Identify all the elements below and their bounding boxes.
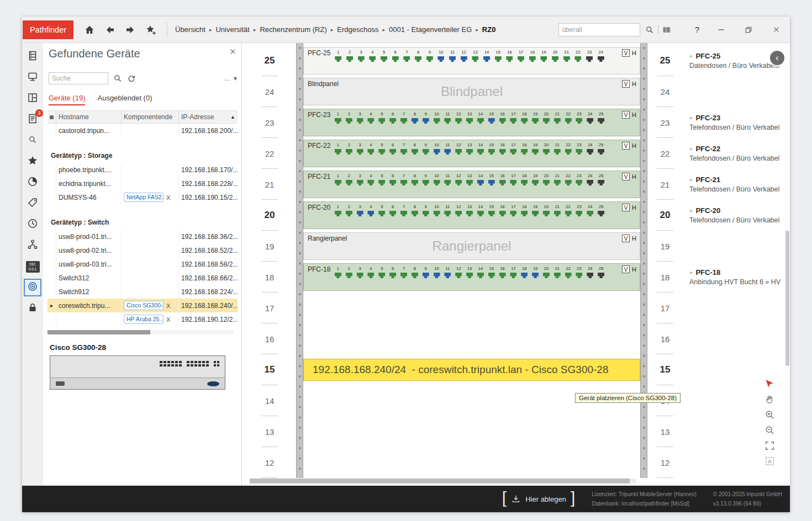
home-icon[interactable] <box>83 24 96 36</box>
port[interactable]: 20 <box>541 266 552 289</box>
port[interactable]: 13 <box>464 142 475 165</box>
port[interactable]: 13 <box>464 111 475 134</box>
port[interactable]: 2 <box>344 111 355 134</box>
port[interactable]: 22 <box>563 173 574 196</box>
port[interactable]: 21 <box>552 142 563 165</box>
remove-component-button[interactable]: X <box>166 194 170 201</box>
port[interactable]: 18 <box>519 142 530 165</box>
panel-annotation[interactable]: ●PFC-22Telefondosen / Büro Verkabel <box>689 145 787 162</box>
port[interactable]: 2 <box>344 266 355 289</box>
port[interactable]: 17 <box>508 173 519 196</box>
rack-blind-panel[interactable]: RangierpanelRangierpanelVH <box>303 232 640 260</box>
forward-icon[interactable] <box>124 24 136 36</box>
port[interactable]: 9 <box>424 50 435 72</box>
port[interactable]: 17 <box>508 111 519 134</box>
port[interactable]: 13 <box>470 50 481 72</box>
global-search-input[interactable] <box>558 23 640 36</box>
port[interactable]: 23 <box>574 204 585 227</box>
port[interactable]: 22 <box>563 266 574 289</box>
component-chip[interactable]: HP Aruba 25... <box>124 315 164 324</box>
rack-patch-panel-pfc-22[interactable]: PFC-221234567891011121314151617181920212… <box>303 140 640 167</box>
port[interactable]: 8 <box>409 142 420 165</box>
device-row[interactable]: phoebe.tripunkt....192.168.168.170/... <box>48 163 238 177</box>
port[interactable]: 14 <box>481 50 493 72</box>
device-row[interactable]: usw8-prod-01.tri...192.168.168.36/2... <box>48 230 238 243</box>
device-table-hscrollbar[interactable] <box>48 330 233 334</box>
search-icon[interactable] <box>644 24 656 36</box>
port[interactable]: 14 <box>475 111 486 134</box>
sidebar-item-permissions[interactable] <box>24 300 41 317</box>
port[interactable]: 1 <box>333 173 344 196</box>
port[interactable]: 15 <box>486 111 497 134</box>
port[interactable]: 15 <box>486 173 497 196</box>
port[interactable]: 17 <box>515 50 527 72</box>
device-search-input[interactable] <box>49 72 108 84</box>
scrollbar-thumb[interactable] <box>48 330 150 334</box>
port[interactable]: 12 <box>453 173 464 196</box>
rack-patch-panel-pfc-21[interactable]: PFC-211234567891011121314151617181920212… <box>303 171 640 198</box>
port[interactable]: 5 <box>376 111 387 134</box>
port[interactable]: 7 <box>398 142 409 165</box>
breadcrumb-item[interactable]: Rechenzentrum (RZ) <box>260 25 326 34</box>
port[interactable]: 1 <box>333 266 344 289</box>
port[interactable]: 5 <box>376 173 387 196</box>
port[interactable]: 15 <box>492 50 504 72</box>
port[interactable]: 16 <box>497 204 508 227</box>
drop-zone[interactable]: [ Hier ablegen ] <box>502 491 575 507</box>
port[interactable]: 20 <box>550 50 561 72</box>
port[interactable]: 9 <box>420 111 431 134</box>
port[interactable]: 3 <box>355 50 367 72</box>
port[interactable]: 24 <box>584 142 595 165</box>
sidebar-item-reports[interactable] <box>24 174 41 191</box>
port[interactable]: 17 <box>508 142 519 165</box>
port[interactable]: 21 <box>552 266 563 289</box>
port[interactable]: 10 <box>431 173 442 196</box>
port[interactable]: 9 <box>420 204 431 227</box>
port[interactable]: 18 <box>519 204 530 227</box>
breadcrumb-item[interactable]: 0001 - Etagenverteiler EG <box>389 25 472 34</box>
sidebar-item-history[interactable] <box>24 216 41 233</box>
port[interactable]: 10 <box>435 50 447 72</box>
port[interactable]: 12 <box>453 266 464 289</box>
device-row[interactable]: usw8-prod-02.tri...192.168.168.52/2... <box>48 243 238 257</box>
port[interactable]: 4 <box>366 111 377 134</box>
port[interactable]: 20 <box>541 111 552 134</box>
restore-button[interactable] <box>742 24 755 36</box>
zoom-in-icon[interactable] <box>763 408 776 421</box>
sidebar-item-tasks[interactable]: 3 <box>24 111 41 128</box>
port[interactable]: 7 <box>398 111 409 134</box>
port[interactable]: 6 <box>387 173 398 196</box>
port[interactable]: 24 <box>584 266 595 289</box>
horizontal-scrollbar[interactable] <box>250 479 636 483</box>
port[interactable]: 3 <box>355 111 366 134</box>
tab-ausgeblendet[interactable]: Ausgeblendet (0) <box>97 94 152 105</box>
breadcrumb-item[interactable]: Erdgeschoss <box>337 25 378 34</box>
place-device-icon[interactable] <box>763 378 776 390</box>
port[interactable]: 11 <box>442 204 453 227</box>
rack-blind-panel[interactable]: BlindpanelBlindpanelVH <box>303 78 640 105</box>
pathfinder-menu-button[interactable]: Pathfinder <box>23 20 73 39</box>
device-row[interactable]: castorold.tripun...192.168.168.200/... <box>48 124 238 137</box>
port[interactable]: 8 <box>409 266 420 289</box>
port[interactable]: 16 <box>497 266 508 289</box>
sidebar-item-search[interactable] <box>24 132 41 149</box>
search-icon[interactable] <box>113 74 122 83</box>
port[interactable]: 15 <box>486 204 497 227</box>
port[interactable]: 23 <box>574 266 585 289</box>
device-row[interactable]: HP Aruba 25...X192.168.190.12/2... <box>48 312 238 326</box>
port[interactable]: 10 <box>431 142 442 165</box>
port[interactable]: 13 <box>464 173 475 196</box>
zoom-out-icon[interactable] <box>763 424 776 436</box>
refresh-icon[interactable] <box>127 74 136 83</box>
barcode-search-icon[interactable] <box>661 24 673 36</box>
port[interactable]: 24 <box>584 173 595 196</box>
sidebar-item-tags[interactable] <box>24 195 41 212</box>
port[interactable]: 21 <box>552 204 563 227</box>
port[interactable]: 24 <box>584 204 595 227</box>
port[interactable]: 2 <box>344 142 355 165</box>
port[interactable]: 12 <box>458 50 470 72</box>
port[interactable]: 3 <box>355 266 366 289</box>
port[interactable]: 19 <box>538 50 550 72</box>
port[interactable]: 7 <box>398 173 409 196</box>
panel-annotation[interactable]: ●PFC-23Telefondosen / Büro Verkabel <box>689 114 787 131</box>
